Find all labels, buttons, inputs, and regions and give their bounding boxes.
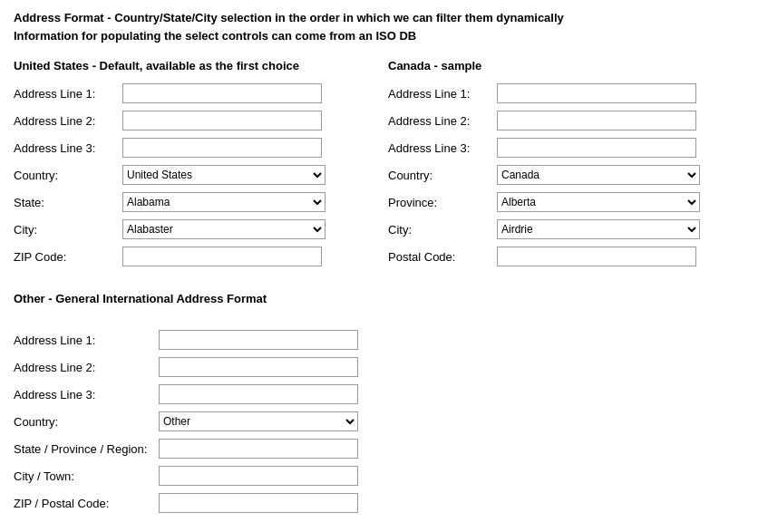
- other-address-line3-input[interactable]: [159, 384, 358, 404]
- us-country-row: Country: United States Canada Other: [14, 165, 370, 185]
- us-address-line3-row: Address Line 3:: [14, 138, 370, 158]
- ca-country-select[interactable]: United States Canada Other: [497, 165, 700, 185]
- us-state-select[interactable]: Alabama Alaska Arizona: [122, 192, 326, 212]
- us-address-line1-input[interactable]: [122, 83, 322, 103]
- us-address-line1-label: Address Line 1:: [14, 87, 122, 101]
- other-state-province-input[interactable]: [159, 439, 358, 459]
- us-zip-label: ZIP Code:: [14, 250, 122, 264]
- ca-country-row: Country: United States Canada Other: [388, 165, 744, 185]
- us-state-label: State:: [14, 196, 122, 209]
- us-city-label: City:: [14, 223, 122, 237]
- other-address-line1-row: Address Line 1:: [14, 330, 744, 350]
- ca-address-line2-row: Address Line 2:: [388, 111, 744, 131]
- other-section: Other - General International Address Fo…: [14, 292, 744, 513]
- other-address-line1-input[interactable]: [159, 330, 358, 350]
- ca-address-line1-row: Address Line 1:: [388, 83, 744, 103]
- other-address-line3-row: Address Line 3:: [14, 384, 744, 404]
- us-address-line3-input[interactable]: [122, 138, 322, 158]
- ca-province-row: Province: Alberta British Columbia Ontar…: [388, 192, 744, 212]
- other-city-town-input[interactable]: [159, 466, 358, 486]
- ca-address-line1-label: Address Line 1:: [388, 87, 497, 101]
- ca-province-select[interactable]: Alberta British Columbia Ontario: [497, 192, 700, 212]
- other-state-province-label: State / Province / Region:: [14, 442, 159, 456]
- ca-address-line2-input[interactable]: [497, 111, 696, 131]
- other-zip-postal-row: ZIP / Postal Code:: [14, 493, 744, 513]
- other-country-select[interactable]: United States Canada Other: [159, 411, 358, 431]
- us-address-line1-row: Address Line 1:: [14, 83, 370, 103]
- canada-section: Canada - sample Address Line 1: Address …: [370, 59, 744, 274]
- us-section-title: United States - Default, available as th…: [14, 59, 370, 73]
- other-zip-postal-label: ZIP / Postal Code:: [14, 497, 159, 510]
- header-line2: Information for populating the select co…: [14, 27, 744, 45]
- ca-city-select[interactable]: Airdrie Calgary Edmonton: [497, 219, 700, 239]
- ca-city-row: City: Airdrie Calgary Edmonton: [388, 219, 744, 239]
- other-city-town-row: City / Town:: [14, 466, 744, 486]
- other-state-province-row: State / Province / Region:: [14, 439, 744, 459]
- other-address-line1-label: Address Line 1:: [14, 334, 159, 347]
- us-section: United States - Default, available as th…: [14, 59, 370, 274]
- us-country-select[interactable]: United States Canada Other: [122, 165, 326, 185]
- other-country-label: Country:: [14, 415, 159, 429]
- other-country-row: Country: United States Canada Other: [14, 411, 744, 431]
- us-zip-row: ZIP Code:: [14, 247, 370, 266]
- ca-postal-input[interactable]: [497, 247, 696, 266]
- ca-postal-row: Postal Code:: [388, 247, 744, 266]
- ca-address-line1-input[interactable]: [497, 83, 696, 103]
- us-city-select[interactable]: Alabaster Birmingham: [122, 219, 326, 239]
- other-address-line2-row: Address Line 2:: [14, 357, 744, 377]
- us-address-line2-input[interactable]: [122, 111, 322, 131]
- us-address-line2-label: Address Line 2:: [14, 114, 122, 128]
- ca-address-line3-label: Address Line 3:: [388, 141, 497, 155]
- other-address-line2-input[interactable]: [159, 357, 358, 377]
- ca-province-label: Province:: [388, 196, 497, 209]
- us-city-row: City: Alabaster Birmingham: [14, 219, 370, 239]
- us-state-row: State: Alabama Alaska Arizona: [14, 192, 370, 212]
- other-zip-postal-input[interactable]: [159, 493, 358, 513]
- ca-country-label: Country:: [388, 169, 497, 182]
- other-section-title: Other - General International Address Fo…: [14, 292, 744, 305]
- page-header: Address Format - Country/State/City sele…: [14, 9, 744, 44]
- ca-address-line3-row: Address Line 3:: [388, 138, 744, 158]
- us-address-line3-label: Address Line 3:: [14, 141, 122, 155]
- header-line1: Address Format - Country/State/City sele…: [14, 9, 744, 27]
- ca-address-line3-input[interactable]: [497, 138, 696, 158]
- other-city-town-label: City / Town:: [14, 469, 159, 483]
- canada-section-title: Canada - sample: [388, 59, 744, 73]
- other-address-line3-label: Address Line 3:: [14, 388, 159, 401]
- us-country-label: Country:: [14, 169, 122, 182]
- ca-postal-label: Postal Code:: [388, 250, 497, 264]
- other-address-line2-label: Address Line 2:: [14, 361, 159, 374]
- ca-city-label: City:: [388, 223, 497, 237]
- ca-address-line2-label: Address Line 2:: [388, 114, 497, 128]
- us-zip-input[interactable]: [122, 247, 322, 266]
- us-address-line2-row: Address Line 2:: [14, 111, 370, 131]
